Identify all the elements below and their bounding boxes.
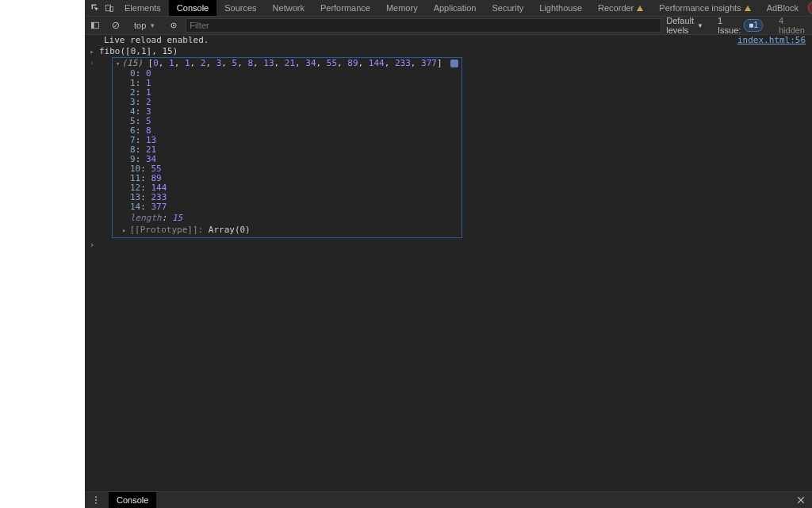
collapse-caret-icon[interactable]: ▾ [116, 60, 120, 67]
array-entry: 9: 34 [130, 155, 462, 164]
array-length-entry: length: 15 [113, 214, 462, 225]
log-levels-selector[interactable]: Default levels▼ [661, 16, 708, 35]
svg-rect-6 [92, 22, 94, 29]
execution-context-selector[interactable]: top▼ [129, 21, 160, 30]
console-output[interactable]: Live reload enabled. index.html:56 ▸ fib… [85, 35, 812, 491]
drawer-tab-console[interactable]: Console [109, 492, 156, 508]
source-link[interactable]: index.html:56 [737, 35, 812, 46]
tab-performance-insights[interactable]: Performance insights [651, 0, 758, 16]
svg-point-10 [95, 496, 97, 498]
array-entry: 4: 3 [130, 107, 462, 117]
proto-key: [[Prototype]] [129, 225, 197, 235]
svg-point-12 [95, 502, 97, 504]
clear-console-icon[interactable] [111, 20, 121, 31]
filter-wrapper [186, 18, 661, 33]
prompt-chevron-icon: › [88, 240, 96, 250]
error-count-badge[interactable]: ● 2 [808, 2, 812, 14]
tab-network[interactable]: Network [265, 0, 312, 16]
tab-sources[interactable]: Sources [216, 0, 264, 16]
issues-button[interactable]: 1 Issue: ■ 1 [714, 16, 768, 35]
array-entry: 14: 377 [130, 202, 462, 212]
proto-value: Array(0) [209, 225, 251, 235]
tab-elements[interactable]: Elements [117, 0, 169, 16]
drawer-close-icon[interactable] [795, 495, 806, 506]
devtools-tabbar: Elements Console Sources Network Perform… [85, 0, 812, 17]
array-entry: 0: 0 [130, 69, 462, 79]
issues-count-badge: ■ 1 [744, 19, 763, 32]
array-entry: 1: 1 [130, 79, 462, 88]
device-toggle-icon[interactable] [105, 2, 114, 13]
array-header[interactable]: ▾(15) [0, 1, 1, 2, 3, 5, 8, 13, 21, 34, … [113, 58, 462, 69]
array-entry: 7: 13 [130, 136, 462, 145]
result-caret-icon: ‹ [88, 57, 96, 68]
tab-adblock[interactable]: AdBlock [759, 0, 806, 16]
tab-recorder[interactable]: Recorder [590, 0, 651, 16]
array-entry: 11: 89 [130, 174, 462, 183]
array-entry: 5: 5 [130, 117, 462, 126]
tab-lighthouse[interactable]: Lighthouse [531, 0, 590, 16]
length-key: length [130, 213, 162, 223]
devtools-panel: Elements Console Sources Network Perform… [85, 0, 812, 508]
tab-memory[interactable]: Memory [378, 0, 426, 16]
drawer-more-icon[interactable] [90, 495, 102, 506]
page-background [0, 0, 85, 508]
tab-security[interactable]: Security [484, 0, 531, 16]
console-result-row: ‹ ▾(15) [0, 1, 1, 2, 3, 5, 8, 13, 21, 34… [85, 57, 812, 238]
array-entry: 3: 2 [130, 98, 462, 107]
expand-caret-icon[interactable]: ▸ [88, 46, 96, 57]
execution-context-label: top [134, 21, 146, 30]
array-entry: 2: 1 [130, 88, 462, 98]
array-entry: 8: 21 [130, 145, 462, 155]
sidebar-toggle-icon[interactable] [90, 20, 100, 31]
proto-expand-caret-icon[interactable]: ▸ [122, 226, 126, 234]
inspect-icon[interactable] [90, 2, 100, 13]
svg-point-9 [173, 25, 174, 26]
issues-count-value: 1 [753, 20, 758, 31]
array-entries: 0: 01: 12: 13: 24: 35: 56: 87: 138: 219:… [113, 69, 462, 214]
drawer-bar: Console [85, 491, 812, 508]
console-input-echo[interactable]: ▸ fibo([0,1], 15) [85, 46, 812, 57]
info-badge-icon[interactable] [450, 60, 458, 67]
live-expression-icon[interactable] [169, 20, 178, 31]
array-length-label: (15) [121, 58, 143, 68]
console-filter-input[interactable] [186, 18, 661, 33]
hidden-messages-count[interactable]: 4 hidden [774, 16, 810, 35]
array-entry: 10: 55 [130, 164, 462, 174]
log-levels-label: Default levels [666, 16, 694, 35]
live-reload-text: Live reload enabled. [104, 35, 209, 46]
console-toolbar: top▼ Default levels▼ 1 Issue: ■ 1 4 hidd… [85, 17, 812, 35]
input-call-text: fibo([0,1], 15) [99, 46, 178, 57]
length-value: 15 [172, 213, 182, 223]
array-expansion-box[interactable]: ▾(15) [0, 1, 1, 2, 3, 5, 8, 13, 21, 34, … [112, 57, 462, 238]
console-prompt[interactable]: › [85, 238, 812, 250]
svg-point-11 [95, 499, 97, 501]
tab-application[interactable]: Application [426, 0, 485, 16]
array-prototype-entry[interactable]: ▸[[Prototype]]: Array(0) [113, 225, 462, 237]
array-entry: 6: 8 [130, 126, 462, 136]
console-message-live-reload: Live reload enabled. index.html:56 [85, 35, 812, 46]
array-entry: 13: 233 [130, 193, 462, 202]
issues-label: 1 Issue: [718, 16, 741, 35]
array-entry: 12: 144 [130, 183, 462, 193]
tab-performance[interactable]: Performance [312, 0, 378, 16]
tab-console[interactable]: Console [169, 0, 216, 16]
